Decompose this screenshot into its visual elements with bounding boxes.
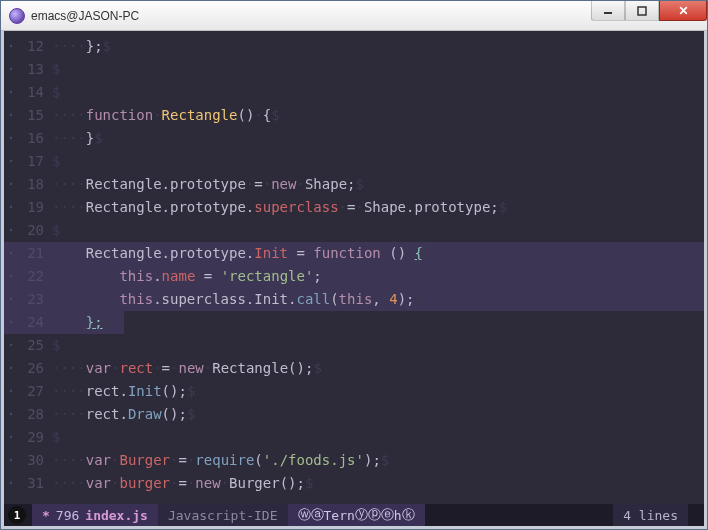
code-line[interactable]: ·22» » » » this.name·=·'rectangle';$ [4, 265, 704, 288]
minimize-icon [603, 6, 613, 16]
token-id: Rectangle.prototype. [86, 245, 255, 261]
code-line[interactable]: ·25$ [4, 334, 704, 357]
token-eol: $ [103, 314, 111, 330]
token-id: . [153, 268, 161, 284]
token-eol: $ [305, 475, 313, 491]
code-line[interactable]: ·14$ [4, 81, 704, 104]
token-kw: var [86, 360, 111, 376]
line-content[interactable]: ····Rectangle.prototype·=·new·Shape;$ [48, 173, 704, 196]
token-ws: ···· [52, 360, 86, 376]
line-number: 25 [18, 334, 48, 357]
token-id: .superclass.Init. [153, 291, 296, 307]
token-pun: () [237, 107, 254, 123]
close-icon [678, 5, 689, 16]
close-button[interactable] [659, 1, 707, 21]
line-content[interactable]: ····var·rect·=·new·Rectangle();$ [48, 357, 704, 380]
modeline-minor-modes[interactable]: ⓦⓐTernⓨⓟⓔhⓚ [288, 504, 425, 526]
token-eol: $ [52, 153, 60, 169]
minor-mode-indicator[interactable]: ⓐ [311, 506, 324, 524]
line-content[interactable]: ····var·Burger·=·require('./foods.js');$ [48, 449, 704, 472]
minor-mode-indicator[interactable]: ⓨ [355, 506, 368, 524]
line-content[interactable]: ····Rectangle.prototype.superclass·=·Sha… [48, 196, 704, 219]
line-content[interactable]: ····};$ [48, 35, 704, 58]
token-kw: new [178, 360, 203, 376]
editor[interactable]: ·12····};$·13$·14$·15····function·Rectan… [1, 31, 707, 529]
code-line[interactable]: ·12····};$ [4, 35, 704, 58]
token-eol: $ [94, 130, 102, 146]
token-eol: $ [313, 360, 321, 376]
line-content[interactable]: » » Rectangle.prototype.Init·=·function·… [48, 242, 704, 265]
token-kw: function [86, 107, 153, 123]
gutter-marker: · [4, 403, 18, 426]
code-line[interactable]: ·27····rect.Init();$ [4, 380, 704, 403]
line-number: 17 [18, 150, 48, 173]
code-line[interactable]: ·13$ [4, 58, 704, 81]
line-number: 18 [18, 173, 48, 196]
token-eol: $ [415, 291, 423, 307]
code-line[interactable]: ·15····function·Rectangle()·{$ [4, 104, 704, 127]
modeline-major-mode[interactable]: Javascript-IDE [158, 504, 288, 526]
line-content[interactable]: $ [48, 219, 704, 242]
code-line[interactable]: ·24» » };$ [4, 311, 704, 334]
titlebar[interactable]: emacs@JASON-PC [1, 1, 707, 31]
line-content[interactable]: » » };$ [48, 311, 704, 334]
code-line[interactable]: ·20$ [4, 219, 704, 242]
token-pun: } [86, 130, 94, 146]
code-line[interactable]: ·28····rect.Draw();$ [4, 403, 704, 426]
line-content[interactable]: ····rect.Init();$ [48, 380, 704, 403]
line-content[interactable]: $ [48, 150, 704, 173]
modeline[interactable]: 1 * 796 index.js Javascript-IDE ⓦⓐTernⓨⓟ… [4, 504, 704, 526]
line-content[interactable]: » » » » this.name·=·'rectangle';$ [48, 265, 704, 288]
code-line[interactable]: ·19····Rectangle.prototype.superclass·=·… [4, 196, 704, 219]
gutter-marker: · [4, 219, 18, 242]
token-kw: var [86, 452, 111, 468]
line-content[interactable]: $ [48, 58, 704, 81]
line-content[interactable]: ····var·burger·=·new·Burger();$ [48, 472, 704, 495]
gutter-marker: · [4, 104, 18, 127]
token-id: Rectangle.prototype. [86, 199, 255, 215]
token-ws: · [153, 360, 161, 376]
token-eol: $ [103, 38, 111, 54]
line-number: 31 [18, 472, 48, 495]
minor-mode-indicator[interactable]: ⓟ [368, 506, 381, 524]
token-ws: ···· [52, 452, 86, 468]
token-pun: ; [313, 268, 321, 284]
line-content[interactable]: » » » » this.superclass.Init.call(this,·… [48, 288, 704, 311]
code-line[interactable]: ·21» » Rectangle.prototype.Init·=·functi… [4, 242, 704, 265]
token-pun: , [372, 291, 380, 307]
minor-mode-indicator[interactable]: Tern [324, 508, 355, 523]
code-line[interactable]: ·18····Rectangle.prototype·=·new·Shape;$ [4, 173, 704, 196]
code-line[interactable]: ·17$ [4, 150, 704, 173]
minimize-button[interactable] [591, 1, 625, 21]
token-ws: · [263, 176, 271, 192]
line-content[interactable]: ····}$ [48, 127, 704, 150]
code-line[interactable]: ·29$ [4, 426, 704, 449]
code-lines[interactable]: ·12····};$·13$·14$·15····function·Rectan… [4, 31, 704, 504]
code-line[interactable]: ·26····var·rect·=·new·Rectangle();$ [4, 357, 704, 380]
line-content[interactable]: $ [48, 426, 704, 449]
token-pun: = [162, 360, 170, 376]
token-assign-name: name [162, 268, 196, 284]
line-content[interactable]: $ [48, 334, 704, 357]
token-pun: ); [364, 452, 381, 468]
line-content[interactable]: ····rect.Draw();$ [48, 403, 704, 426]
code-line[interactable]: ·23» » » » this.superclass.Init.call(thi… [4, 288, 704, 311]
token-kw: this [119, 291, 153, 307]
token-ws: ···· [52, 406, 86, 422]
token-id: Rectangle.prototype [86, 176, 246, 192]
minor-mode-indicator[interactable]: ⓔ [381, 506, 394, 524]
minor-mode-indicator[interactable]: ⓦ [298, 506, 311, 524]
code-line[interactable]: ·31····var·burger·=·new·Burger();$ [4, 472, 704, 495]
maximize-button[interactable] [625, 1, 659, 21]
minor-mode-indicator[interactable]: ⓚ [402, 506, 415, 524]
token-eol: $ [52, 84, 60, 100]
minor-mode-indicator[interactable]: h [394, 508, 402, 523]
region-line-count: 4 lines [623, 508, 678, 523]
line-content[interactable]: $ [48, 81, 704, 104]
token-pun: ); [398, 291, 415, 307]
code-line[interactable]: ·30····var·Burger·=·require('./foods.js'… [4, 449, 704, 472]
line-content[interactable]: ····function·Rectangle()·{$ [48, 104, 704, 127]
modeline-file-segment[interactable]: * 796 index.js [32, 504, 158, 526]
code-line[interactable]: ·16····}$ [4, 127, 704, 150]
window-number-badge: 1 [8, 506, 26, 524]
